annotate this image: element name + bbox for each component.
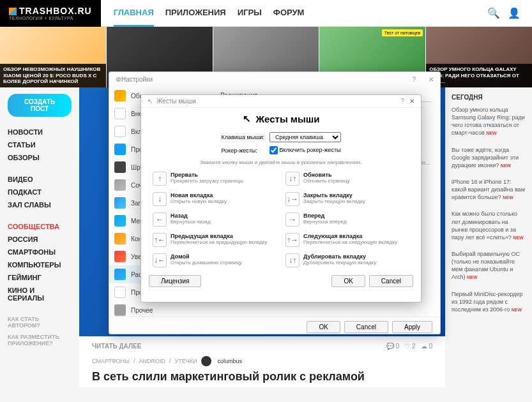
- gesture-forward: →ВпередВернуться вперед: [284, 210, 411, 229]
- gestures-hint: Зажмите кнопку мыши и двигайте мышь в ук…: [141, 160, 421, 169]
- mouse-key-select[interactable]: Средняя клавиша: [270, 132, 341, 142]
- rocker-label: Рокер-жесты:: [221, 147, 264, 154]
- mouse-gestures-dialog: ↖ Жесты мыши ? ✕ ↖ Жесты мыши Клавиша мы…: [141, 94, 422, 302]
- cursor-icon: ↖: [148, 98, 153, 105]
- ok-button[interactable]: OK: [307, 321, 340, 333]
- gesture-reload: ↓↑ОбновитьОбновить страницу: [284, 169, 411, 188]
- dialog-title: Настройки: [121, 76, 153, 83]
- sidebar-heading: СЕГОДНЯ: [452, 94, 526, 101]
- gestures-heading: ↖ Жесты мыши: [141, 108, 421, 130]
- news-item[interactable]: Обзор умного кольца Samsung Galaxy Ring:…: [452, 106, 526, 137]
- nav-games[interactable]: ИГРЫ: [238, 0, 262, 27]
- promo-card[interactable]: ОБЗОР УМНОГО КОЛЬЦА GALAXY RING: РАДИ НЕ…: [426, 27, 532, 87]
- gesture-close-tab: ↓→Закрыть вкладкуЗакрыть текущую вкладку: [284, 190, 411, 209]
- gesture-home: ↓←ДомойОткрыть домашнюю страницу: [151, 251, 278, 270]
- comments-count[interactable]: 💬 0: [386, 343, 399, 350]
- cancel-button[interactable]: Cancel: [344, 321, 388, 333]
- shares-count[interactable]: ☁ 0: [421, 343, 432, 350]
- sidebar-right: СЕГОДНЯ Обзор умного кольца Samsung Gala…: [445, 87, 532, 387]
- gesture-next-tab: ↑→Следующая вкладкаПереключиться на след…: [284, 230, 411, 249]
- nav-apps[interactable]: ПРИЛОЖЕНИЯ: [165, 0, 226, 27]
- sidebar-left: СОЗДАТЬ ПОСТ НОВОСТИ СТАТЬИ ОБЗОРЫ ВИДЕО…: [0, 87, 79, 387]
- sidebar-link[interactable]: ГЕЙМИНГ: [8, 271, 72, 284]
- news-item[interactable]: Первый MiniDisc-рекордер из 1992 года ря…: [452, 290, 526, 313]
- article-title: В сеть слили маркетинговый ролик с рекла…: [79, 366, 445, 387]
- rocker-checkbox[interactable]: Включить рокер-жесты: [270, 146, 341, 154]
- ok-button[interactable]: OK: [331, 275, 365, 287]
- sidebar-link[interactable]: ПОДКАСТ: [8, 186, 72, 198]
- gestures-grid: ↑ПрерватьПрекратить загрузку страницы ↓↑…: [141, 169, 421, 270]
- gesture-duplicate: ↓↑Дублировать вкладкуДублировать текущую…: [284, 251, 411, 270]
- promo-card[interactable]: ОБЗОР НЕВОЗМОЖНЫХ НАУШНИКОВ XIAOMI ЦЕНОЙ…: [0, 27, 106, 87]
- read-more-link[interactable]: ЧИТАТЬ ДАЛЕЕ: [92, 343, 141, 350]
- apply-button[interactable]: Apply: [392, 321, 432, 333]
- nav-main[interactable]: ГЛАВНАЯ: [114, 0, 154, 27]
- site-header: TRASHBOX.RU ТЕХНОЛОГИИ + КУЛЬТУРА ГЛАВНА…: [0, 0, 532, 27]
- sidebar-link[interactable]: КАК РАЗМЕСТИТЬ ПРИЛОЖЕНИЕ?: [8, 331, 72, 349]
- sidebar-link[interactable]: КАК СТАТЬ АВТОРОМ?: [8, 313, 72, 331]
- logo[interactable]: TRASHBOX.RU ТЕХНОЛОГИИ + КУЛЬТУРА: [0, 0, 101, 27]
- gear-icon: ⚙: [116, 76, 121, 83]
- license-button[interactable]: Лицензия: [149, 275, 201, 287]
- main-nav: ГЛАВНАЯ ПРИЛОЖЕНИЯ ИГРЫ ФОРУМ: [114, 0, 305, 27]
- news-item[interactable]: Как можно было столько лет доминировать …: [452, 210, 526, 241]
- user-icon[interactable]: 👤: [508, 7, 521, 19]
- news-item[interactable]: Выбирай правильную ОС (только не показыв…: [452, 250, 526, 281]
- help-icon[interactable]: ?: [400, 98, 404, 105]
- cancel-button[interactable]: Cancel: [369, 275, 413, 287]
- sidebar-link[interactable]: СМАРТФОНЫ: [8, 246, 72, 258]
- sidebar-link[interactable]: НОВОСТИ: [8, 126, 72, 138]
- cursor-icon: ↖: [243, 113, 251, 124]
- author-name[interactable]: columbus: [218, 358, 243, 364]
- sidebar-link[interactable]: СООБЩЕСТВА: [8, 220, 72, 233]
- gesture-new-tab: ↓Новая вкладкаОткрыть новую вкладку: [151, 190, 278, 209]
- likes-count[interactable]: ♡ 2: [404, 343, 415, 350]
- gesture-back: ←НазадВернуться назад: [151, 210, 278, 229]
- settings-item-other[interactable]: Прочее: [109, 301, 192, 316]
- breadcrumb: СМАРТФОНЫ / ANDROID / УТЕЧКИ columbus: [79, 356, 445, 366]
- sidebar-link[interactable]: ЗАЛ СЛАВЫ: [8, 198, 72, 211]
- gesture-prev-tab: ↑←Предыдущая вкладкаПереключиться на пре…: [151, 230, 278, 249]
- news-item[interactable]: iPhone 16 и iPhone 17: какой вариант диз…: [452, 178, 526, 201]
- avatar[interactable]: [201, 356, 211, 366]
- sidebar-link[interactable]: ВИДЕО: [8, 173, 72, 186]
- gesture-stop: ↑ПрерватьПрекратить загрузку страницы: [151, 169, 278, 188]
- sidebar-link[interactable]: РОССИЯ: [8, 233, 72, 246]
- news-item[interactable]: Вы тоже ждёте, когда Google зарядизайнит…: [452, 146, 526, 169]
- create-post-button[interactable]: СОЗДАТЬ ПОСТ: [8, 94, 72, 117]
- sidebar-link[interactable]: КОМПЬЮТЕРЫ: [8, 258, 72, 271]
- close-icon[interactable]: ✕: [429, 76, 434, 83]
- sidebar-link[interactable]: КИНО И СЕРИАЛЫ: [8, 284, 72, 304]
- close-icon[interactable]: ✕: [409, 98, 414, 105]
- search-icon[interactable]: 🔍: [487, 7, 500, 19]
- sidebar-link[interactable]: ОБЗОРЫ: [8, 151, 72, 164]
- help-icon[interactable]: ?: [412, 76, 416, 83]
- dialog-title: Жесты мыши: [156, 98, 196, 105]
- sidebar-link[interactable]: СТАТЬИ: [8, 138, 72, 151]
- mouse-key-label: Клавиша мыши:: [221, 134, 264, 140]
- nav-forum[interactable]: ФОРУМ: [273, 0, 305, 27]
